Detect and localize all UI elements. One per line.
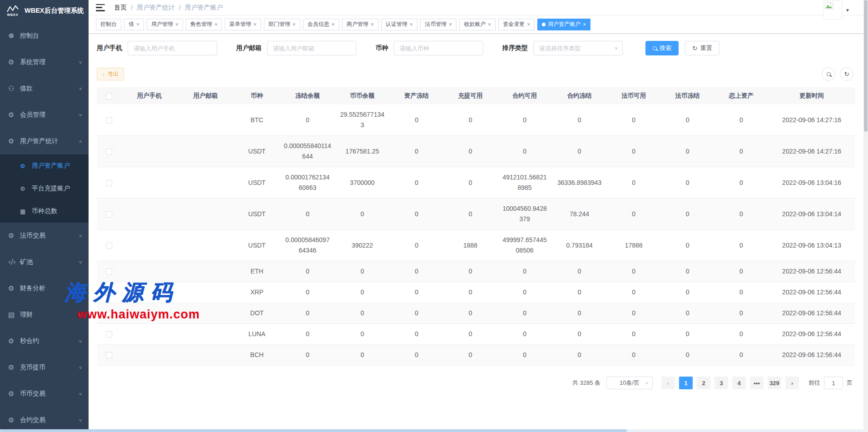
select-all-checkbox[interactable] <box>106 93 112 99</box>
row-checkbox[interactable] <box>106 268 112 275</box>
table-cell: BCH <box>233 345 280 366</box>
tab-商户管理[interactable]: 商户管理× <box>342 19 378 30</box>
table-cell: 0 <box>280 199 335 230</box>
filter-input-email[interactable] <box>267 41 357 55</box>
sidebar-item-币币交易[interactable]: ⚙币币交易∨ <box>0 381 89 407</box>
tab-角色管理[interactable]: 角色管理× <box>186 19 222 30</box>
table-cell: 0 <box>660 261 714 282</box>
breadcrumb-item: 用户资产统计 <box>137 4 175 12</box>
close-icon[interactable]: × <box>253 22 257 27</box>
refresh-button[interactable]: ↻ <box>840 67 853 81</box>
table-cell: 0 <box>443 282 497 303</box>
close-icon[interactable]: × <box>175 22 179 27</box>
close-icon[interactable]: × <box>449 22 452 27</box>
tab-认证管理[interactable]: 认证管理× <box>381 19 417 30</box>
sidebar-item-矿池[interactable]: ‹/›矿池∨ <box>0 249 89 275</box>
sidebar-item-label: 合约交易 <box>20 416 79 424</box>
page-button-2[interactable]: 2 <box>697 377 710 389</box>
sidebar-item-理财[interactable]: ▤理财∨ <box>0 302 89 328</box>
page-button-4[interactable]: 4 <box>732 377 746 389</box>
tab-收款账户[interactable]: 收款账户× <box>459 19 496 30</box>
row-checkbox[interactable] <box>106 149 112 155</box>
close-icon[interactable]: × <box>136 22 139 27</box>
table-cell: 0 <box>280 104 335 136</box>
filter-input-phone[interactable] <box>128 41 217 55</box>
column-header-用户手机: 用户手机 <box>121 87 178 104</box>
table-cell <box>121 282 178 303</box>
close-icon[interactable]: × <box>583 22 586 27</box>
tab-控制台[interactable]: 控制台 <box>96 19 121 30</box>
close-icon[interactable]: × <box>410 22 413 27</box>
sidebar-subitem-币种总数[interactable]: ▦币种总数 <box>0 200 89 223</box>
tab-用户资产账户[interactable]: 用户资产账户× <box>537 19 590 30</box>
prev-page-button[interactable]: ‹ <box>661 377 675 389</box>
close-icon[interactable]: × <box>214 22 218 27</box>
tab-菜单管理[interactable]: 菜单管理× <box>225 19 261 30</box>
sidebar-subitem-平台充提账户[interactable]: ⚙平台充提账户 <box>0 177 89 200</box>
vertical-scrollbar[interactable] <box>863 0 868 432</box>
chevron-down-icon: ∨ <box>79 60 82 65</box>
row-checkbox[interactable] <box>106 211 112 218</box>
row-checkbox[interactable] <box>106 352 112 358</box>
row-checkbox[interactable] <box>106 180 112 186</box>
tab-借[interactable]: 借× <box>124 19 144 30</box>
close-icon[interactable]: × <box>371 22 374 27</box>
tab-label: 用户资产账户 <box>548 20 580 28</box>
tab-资金变更[interactable]: 资金变更× <box>498 19 535 30</box>
row-checkbox[interactable] <box>106 289 112 296</box>
horizontal-scrollbar[interactable] <box>0 429 863 432</box>
sidebar-item-法币交易[interactable]: ⚙法币交易∨ <box>0 223 89 249</box>
table-cell: 0 <box>280 324 335 345</box>
close-icon[interactable]: × <box>332 22 335 27</box>
goto-page-input[interactable] <box>824 377 843 389</box>
sidebar-item-秒合约[interactable]: ⚙秒合约∨ <box>0 328 89 354</box>
row-checkbox[interactable] <box>106 331 112 338</box>
tab-用户管理[interactable]: 用户管理× <box>147 19 183 30</box>
page-size-select[interactable]: 10条/页 ∨ <box>606 377 653 389</box>
more-pages-button[interactable]: ••• <box>750 377 764 389</box>
sidebar-item-用户资产统计[interactable]: ⚙用户资产统计∧ <box>0 128 89 154</box>
sidebar-item-财务分析[interactable]: ⚙财务分析∨ <box>0 275 89 302</box>
close-icon[interactable]: × <box>293 22 296 27</box>
row-checkbox[interactable] <box>106 310 112 317</box>
horizontal-scrollbar-thumb[interactable] <box>0 429 627 432</box>
sidebar-item-会员管理[interactable]: ⚙会员管理∨ <box>0 102 89 128</box>
close-icon[interactable]: × <box>488 22 491 27</box>
export-button[interactable]: ↓ 导出 <box>97 68 124 80</box>
sidebar-item-充币提币[interactable]: ⚙充币提币∨ <box>0 354 89 381</box>
chevron-down-icon: ∨ <box>79 392 82 396</box>
vertical-scrollbar-thumb[interactable] <box>864 0 868 132</box>
tab-法币管理[interactable]: 法币管理× <box>420 19 456 30</box>
document-icon: ▤ <box>8 311 20 319</box>
filter-input-coin[interactable] <box>394 41 483 55</box>
search-button[interactable]: 搜索 <box>645 41 679 55</box>
next-page-button[interactable]: › <box>785 377 799 389</box>
loan-icon: ⚇ <box>8 84 20 93</box>
hamburger-icon[interactable] <box>96 4 105 11</box>
page-button-1[interactable]: 1 <box>679 377 693 389</box>
filter-select-sort[interactable] <box>533 41 623 55</box>
tab-会员信息[interactable]: 会员信息× <box>303 19 339 30</box>
row-checkbox[interactable] <box>106 117 112 124</box>
breadcrumb-home[interactable]: 首页 <box>114 4 127 12</box>
close-icon[interactable]: × <box>527 22 530 27</box>
sidebar-item-系统管理[interactable]: ⚙系统管理∨ <box>0 49 89 75</box>
main-area: 首页 / 用户资产统计 / 用户资产账户 ▼ 控制台借×用户管理×角色管理×菜单… <box>89 0 863 389</box>
toggle-search-button[interactable] <box>822 67 835 81</box>
row-checkbox[interactable] <box>106 243 112 249</box>
chevron-down-icon[interactable]: ▼ <box>845 8 850 13</box>
chevron-down-icon: ∨ <box>79 260 82 264</box>
tab-部门管理[interactable]: 部门管理× <box>264 19 300 30</box>
table-cell: 17888 <box>607 230 660 261</box>
page-button-3[interactable]: 3 <box>714 377 728 389</box>
sidebar-item-借款[interactable]: ⚇借款∨ <box>0 75 89 102</box>
table-cell <box>178 230 234 261</box>
sidebar-item-合约交易[interactable]: ⚙合约交易∨ <box>0 407 89 432</box>
refresh-icon: ↻ <box>692 45 698 51</box>
sidebar-item-控制台[interactable]: ☸控制台 <box>0 23 89 49</box>
sidebar-subitem-用户资产账户[interactable]: ⚙用户资产账户 <box>0 154 89 177</box>
reset-button[interactable]: ↻ 重置 <box>685 41 719 55</box>
table-cell: 78.244 <box>552 199 607 230</box>
avatar[interactable] <box>823 1 842 19</box>
page-button-329[interactable]: 329 <box>768 377 781 389</box>
